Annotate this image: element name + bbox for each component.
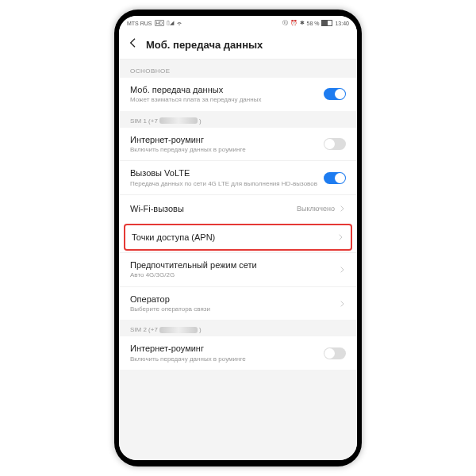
volte-toggle[interactable] (324, 172, 346, 184)
chevron-right-icon (336, 230, 344, 244)
row-network-mode[interactable]: Предпочтительный режим сети Авто 4G/3G/2… (119, 252, 357, 286)
nfc-icon: ⓝ (282, 19, 288, 27)
battery-icon (321, 20, 332, 26)
carrier-label: MTS RUS (127, 21, 152, 26)
row-roaming-sim2[interactable]: Интернет-роуминг Включить передачу данны… (119, 336, 357, 370)
network-mode-title: Предпочтительный режим сети (130, 259, 338, 271)
signal-icon: ▯◢ (167, 20, 174, 26)
row-volte[interactable]: Вызовы VoLTE Передача данных по сети 4G … (119, 160, 357, 194)
roaming2-toggle[interactable] (324, 347, 346, 359)
mobile-data-toggle[interactable] (324, 88, 346, 100)
mobile-data-sub: Может взиматься плата за передачу данных (130, 96, 324, 104)
section-label-sim2: SIM 2 (+7) (119, 320, 357, 336)
section-label-sim1: SIM 1 (+7) (119, 111, 357, 128)
operator-sub: Выберите оператора связи (130, 305, 338, 313)
hd-badge: HD (155, 20, 165, 26)
roaming-toggle[interactable] (324, 138, 346, 150)
roaming-title: Интернет-роуминг (130, 134, 324, 145)
volte-title: Вызовы VoLTE (130, 167, 324, 178)
alarm-icon: ⏰ (290, 20, 298, 26)
operator-title: Оператор (130, 294, 338, 305)
page-title: Моб. передача данных (146, 39, 263, 51)
network-mode-sub: Авто 4G/3G/2G (130, 271, 338, 279)
roaming2-title: Интернет-роуминг (130, 343, 324, 354)
settings-list[interactable]: ОСНОВНОЕ Моб. передача данных Может взим… (119, 60, 357, 460)
wifi-icon (176, 20, 182, 27)
wifi-calls-value: Выключено (297, 205, 335, 213)
mobile-data-title: Моб. передача данных (130, 84, 324, 95)
row-roaming[interactable]: Интернет-роуминг Включить передачу данны… (119, 128, 357, 161)
clock-label: 13:40 (335, 21, 349, 26)
row-mobile-data[interactable]: Моб. передача данных Может взиматься пла… (119, 78, 357, 111)
chevron-right-icon (338, 297, 346, 311)
phone-frame: MTS RUS HD ▯◢ ⓝ ⏰ ✱ 58 % 13:40 (114, 10, 362, 466)
chevron-right-icon (338, 202, 346, 216)
row-operator[interactable]: Оператор Выберите оператора связи (119, 286, 357, 321)
volte-sub: Передача данных по сети 4G LTE для выпол… (130, 180, 324, 188)
roaming-sub: Включить передачу данных в роуминге (130, 146, 324, 154)
row-wifi-calls[interactable]: Wi-Fi-вызовы Выключено (119, 194, 357, 222)
row-apn[interactable]: Точки доступа (APN) (124, 224, 352, 251)
section-label-main: ОСНОВНОЕ (119, 60, 357, 78)
chevron-right-icon (338, 263, 346, 277)
apn-title: Точки доступа (APN) (132, 232, 336, 243)
redacted-number (159, 327, 198, 333)
wifi-calls-title: Wi-Fi-вызовы (130, 203, 297, 214)
status-bar: MTS RUS HD ▯◢ ⓝ ⏰ ✱ 58 % 13:40 (119, 16, 357, 30)
roaming2-sub: Включить передачу данных в роуминге (130, 355, 324, 363)
redacted-number (159, 117, 198, 124)
screen: MTS RUS HD ▯◢ ⓝ ⏰ ✱ 58 % 13:40 (119, 16, 357, 460)
back-arrow-icon[interactable] (127, 36, 140, 52)
bluetooth-icon: ✱ (300, 20, 305, 26)
battery-label: 58 % (307, 21, 320, 26)
page-header: Моб. передача данных (119, 30, 357, 60)
